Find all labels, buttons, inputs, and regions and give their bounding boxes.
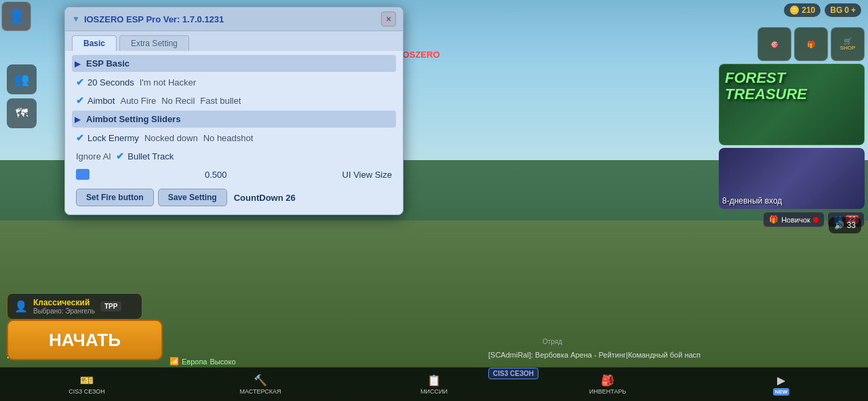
workshop-label: МАСТЕРСКАЯ <box>239 388 281 395</box>
title-arrow-icon: ▼ <box>72 14 80 24</box>
esp-basic-label: ESP Basic <box>86 58 130 69</box>
cis3-icon: 🎫 <box>80 374 94 387</box>
squad-label: Отряд <box>542 338 562 345</box>
nocked-down-label: Nocked down <box>144 133 198 143</box>
eight-day-banner[interactable]: 8-дневный вход <box>719 148 865 209</box>
aimbot-label: Aimbot <box>87 96 115 106</box>
nav-new[interactable]: ▶ NEW <box>694 368 868 401</box>
avatar[interactable]: 👤 <box>1 1 31 31</box>
volume-value: 33 <box>847 221 856 230</box>
bg-badge: BG 0 + <box>825 3 861 17</box>
fast-bullet-label: Fast bullet <box>200 96 241 106</box>
forest-treasure-banner[interactable]: FOREST TREASURE <box>719 64 865 145</box>
esp-basic-arrow-icon: ▶ <box>75 59 81 69</box>
plus-icon[interactable]: + <box>851 5 856 15</box>
forest-treasure-title-line2: TREASURE <box>725 86 859 102</box>
gold-badge: 🪙 210 <box>784 3 821 17</box>
check-auto-fire[interactable]: Auto Fire <box>120 96 156 106</box>
check-no-recil[interactable]: No Recil <box>161 96 195 106</box>
tab-extra-label: Extra Setting <box>131 39 178 48</box>
row-lock-enermy: ✔ Lock Enermy Nocked down No headshot <box>72 130 396 146</box>
tab-extra-setting[interactable]: Extra Setting <box>119 35 189 51</box>
crosshair-icon-btn[interactable]: 🎯 <box>757 27 791 61</box>
gold-icon: 🪙 <box>789 5 800 15</box>
check-ignore-al[interactable]: Ignore Al <box>76 151 111 161</box>
shop-icons-row: 🎯 🎁 🛒 SHOP <box>719 27 868 61</box>
check-no-headshot[interactable]: No headshot <box>203 133 254 143</box>
classic-mode-badge[interactable]: 👤 Классический Выбрано: Эрангель TPP <box>7 293 142 320</box>
cis3-badge: CIS3 СЕЗОН <box>488 368 538 379</box>
classic-label: Классический <box>33 298 95 307</box>
check-20-seconds-label: 20 Seconds <box>87 77 134 88</box>
check-fast-bullet[interactable]: Fast bullet <box>200 96 241 106</box>
check-bullet-track[interactable]: ✔ Bullet Track <box>116 151 174 161</box>
volume-icon: 🔊 <box>834 221 844 230</box>
crosshair-icon: 🎯 <box>770 41 778 48</box>
slider-row: 0.500 UI View Size <box>72 166 396 183</box>
gift-icon-btn[interactable]: 🎁 <box>794 27 828 61</box>
person-icon: 👤 <box>14 300 28 313</box>
row-aimbot: ✔ Aimbot Auto Fire No Recil Fast bullet <box>72 92 396 109</box>
bottom-navigation: 🎫 CIS3 СЕЗОН CIS3 СЕЗОН 🔨 МАСТЕРСКАЯ 📋 М… <box>0 367 868 401</box>
aimbot-sliders-arrow-icon: ▶ <box>75 115 81 124</box>
signal-icon: 📶 <box>170 357 179 366</box>
missions-icon: 📋 <box>427 374 441 387</box>
dialog-title: IOSZERO ESP Pro Ver: 1.7.0.1231 <box>84 14 224 24</box>
shop-label: SHOP <box>840 45 856 51</box>
dialog-close-button[interactable]: × <box>381 12 396 26</box>
bg-value: 0 <box>844 5 849 15</box>
red-dot <box>813 217 818 223</box>
aimbot-sliders-label: Aimbot Setting Sliders <box>86 114 180 124</box>
dialog-tabs: Basic Extra Setting <box>65 31 403 51</box>
shop-icon-btn[interactable]: 🛒 SHOP <box>831 27 865 61</box>
gift-icon: 🎁 <box>807 41 815 48</box>
status-message: [SCAdmiRal]: Вербовка Арена - Рейтинг|Ко… <box>488 351 861 359</box>
forest-treasure-title-line1: FOREST <box>725 70 859 86</box>
server-name: Европа <box>182 358 208 366</box>
volume-indicator[interactable]: 🔊 33 <box>829 217 861 233</box>
ioszero-watermark: IOSZERO <box>400 50 440 60</box>
gift-novice-btn[interactable]: 🎁 Новичок <box>763 212 825 227</box>
check-not-hacker-label: I'm not Hacker <box>140 77 196 88</box>
check-lock-enermy[interactable]: ✔ Lock Enermy <box>76 132 139 143</box>
check-20-seconds[interactable]: ✔ 20 Seconds <box>76 77 134 88</box>
ignore-al-label: Ignore Al <box>76 151 111 161</box>
slider-value: 0.500 <box>95 170 337 180</box>
map-icon[interactable]: 🗺 <box>7 98 37 128</box>
check-nocked-down[interactable]: Nocked down <box>144 133 198 143</box>
esp-dialog: ▼ IOSZERO ESP Pro Ver: 1.7.0.1231 × Basi… <box>64 7 403 215</box>
check-aimbot[interactable]: ✔ Aimbot <box>76 95 115 106</box>
lock-enermy-label: Lock Enermy <box>87 133 139 143</box>
slider-label: UI View Size <box>342 170 392 180</box>
nav-inventory[interactable]: 🎒 ИНВЕНТАРЬ <box>521 368 694 401</box>
dialog-bottom-btns: Set Fire button Save Setting CountDown 2… <box>72 185 396 210</box>
set-fire-button[interactable]: Set Fire button <box>76 189 154 206</box>
squad-icon[interactable]: 👥 <box>7 64 37 94</box>
nav-workshop[interactable]: 🔨 МАСТЕРСКАЯ <box>174 368 347 401</box>
check-not-hacker[interactable]: I'm not Hacker <box>140 77 196 88</box>
tpp-badge: TPP <box>100 301 121 311</box>
checkmark-icon: ✔ <box>76 77 84 88</box>
auto-fire-label: Auto Fire <box>120 96 156 106</box>
start-button[interactable]: НАЧАТЬ <box>7 320 163 360</box>
save-setting-button[interactable]: Save Setting <box>158 189 227 206</box>
inventory-icon: 🎒 <box>601 374 614 387</box>
bullet-track-label: Bullet Track <box>127 151 174 161</box>
nav-cis3[interactable]: 🎫 CIS3 СЕЗОН <box>0 368 174 401</box>
tab-basic[interactable]: Basic <box>72 35 117 51</box>
no-recil-label: No Recil <box>161 96 195 106</box>
right-shop-panel: 🎯 🎁 🛒 SHOP FOREST TREASURE 8-дневный вхо… <box>719 27 868 227</box>
bg-label: BG <box>830 5 842 15</box>
row-ignore-al: Ignore Al ✔ Bullet Track <box>72 148 396 164</box>
aimbot-sliders-header: ▶ Aimbot Setting Sliders <box>72 111 396 128</box>
inventory-label: ИНВЕНТАРЬ <box>589 388 627 395</box>
sub-label: Выбрано: Эрангель <box>33 307 95 315</box>
workshop-icon: 🔨 <box>254 374 267 387</box>
top-right-ui: 🪙 210 BG 0 + <box>784 3 861 17</box>
aimbot-check-icon: ✔ <box>76 95 84 106</box>
slider-handle[interactable] <box>76 169 90 180</box>
shop-icon: 🛒 <box>844 37 852 45</box>
eight-day-text: 8-дневный вход <box>722 196 782 206</box>
missions-label: МИССИИ <box>420 388 448 395</box>
gift-small-icon: 🎁 <box>769 215 778 224</box>
